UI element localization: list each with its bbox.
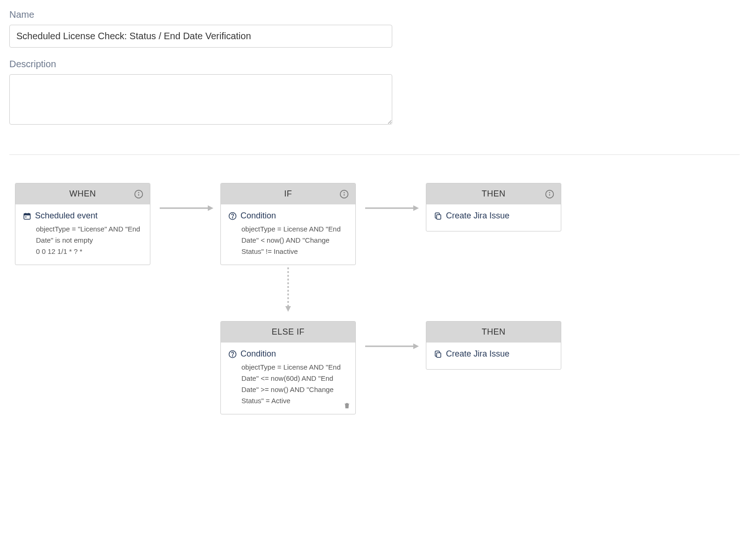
when-body: Scheduled event objectType = "License" A… — [15, 204, 150, 265]
svg-marker-9 — [208, 205, 213, 211]
info-icon[interactable] — [134, 189, 143, 199]
arrow-when-if — [150, 197, 220, 219]
if-title: Condition — [240, 211, 276, 221]
if-header: IF — [221, 183, 355, 204]
svg-marker-26 — [413, 343, 419, 349]
name-group: Name — [9, 9, 740, 48]
if-body: Condition objectType = License AND "End … — [221, 204, 355, 265]
name-input[interactable] — [9, 25, 392, 48]
when-detail-1: objectType = "License" AND "End Date" is… — [36, 224, 142, 246]
svg-point-14 — [232, 217, 233, 218]
then-title-row-2: Create Jira Issue — [434, 349, 553, 359]
then-title-2: Create Jira Issue — [446, 349, 509, 359]
elseif-body: Condition objectType = License AND "End … — [221, 343, 355, 414]
calendar-icon — [23, 212, 31, 220]
svg-rect-27 — [437, 353, 441, 357]
elseif-title-row: Condition — [228, 349, 348, 359]
when-box[interactable]: WHEN Scheduled event objectType = "Licen… — [15, 183, 150, 265]
svg-rect-7 — [25, 216, 26, 217]
svg-marker-22 — [285, 306, 291, 312]
trash-icon[interactable] — [343, 402, 351, 409]
elseif-box[interactable]: ELSE IF Condition objectType = License A… — [220, 321, 356, 414]
description-label: Description — [9, 59, 740, 70]
elseif-title: Condition — [240, 349, 276, 359]
svg-marker-16 — [413, 205, 419, 211]
arrow-elseif-then — [356, 335, 426, 357]
arrow-if-elseif — [220, 265, 356, 312]
then-header-1-label: THEN — [482, 189, 506, 198]
svg-rect-20 — [437, 215, 441, 219]
then-header-2-label: THEN — [482, 327, 506, 336]
description-textarea[interactable] — [9, 74, 392, 125]
svg-rect-4 — [24, 213, 30, 215]
question-icon — [228, 350, 237, 358]
then-title-row-1: Create Jira Issue — [434, 211, 553, 221]
name-label: Name — [9, 9, 740, 20]
elseif-header-label: ELSE IF — [272, 327, 305, 336]
then-title-1: Create Jira Issue — [446, 211, 509, 221]
copy-icon — [434, 212, 442, 220]
flow-diagram: WHEN Scheduled event objectType = "Licen… — [15, 183, 740, 414]
question-icon — [228, 212, 237, 220]
divider — [9, 154, 740, 155]
elseif-detail-1: objectType = License AND "End Date" <= n… — [241, 362, 348, 406]
svg-point-24 — [232, 356, 233, 356]
if-details: objectType = License AND "End Date" < no… — [228, 224, 348, 257]
if-box[interactable]: IF Condition objectType = License AND "E… — [220, 183, 356, 265]
if-detail-1: objectType = License AND "End Date" < no… — [241, 224, 348, 257]
when-title: Scheduled event — [35, 211, 98, 221]
if-title-row: Condition — [228, 211, 348, 221]
copy-icon — [434, 350, 442, 358]
when-detail-2: 0 0 12 1/1 * ? * — [36, 246, 142, 257]
form-section: Name Description — [9, 9, 740, 126]
arrow-if-then — [356, 197, 426, 219]
when-details: objectType = "License" AND "End Date" is… — [23, 224, 142, 257]
then-header-1: THEN — [426, 183, 561, 204]
svg-point-12 — [344, 192, 345, 193]
if-header-label: IF — [284, 189, 292, 198]
description-group: Description — [9, 59, 740, 126]
then-box-2[interactable]: THEN Create Jira Issue — [426, 321, 561, 370]
then-box-1[interactable]: THEN Create Jira Issue — [426, 183, 561, 231]
then-body-2: Create Jira Issue — [426, 343, 561, 369]
svg-point-19 — [550, 192, 550, 193]
elseif-details: objectType = License AND "End Date" <= n… — [228, 362, 348, 406]
info-icon[interactable] — [339, 189, 349, 199]
when-header: WHEN — [15, 183, 150, 204]
elseif-header: ELSE IF — [221, 322, 355, 343]
when-title-row: Scheduled event — [23, 211, 142, 221]
then-body-1: Create Jira Issue — [426, 204, 561, 231]
info-icon[interactable] — [545, 189, 554, 199]
then-header-2: THEN — [426, 322, 561, 343]
svg-point-2 — [139, 192, 139, 193]
when-header-label: WHEN — [70, 189, 96, 198]
